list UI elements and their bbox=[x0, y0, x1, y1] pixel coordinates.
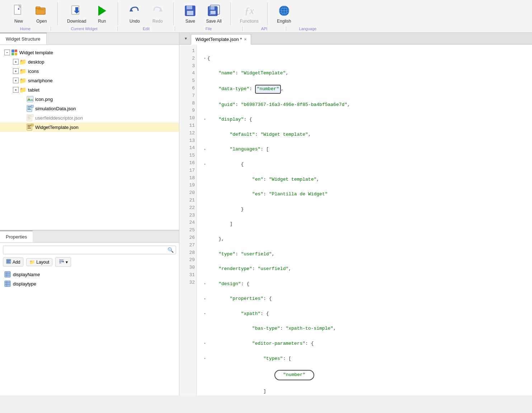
tree-node-userfielddescriptor[interactable]: userfielddescriptor.json bbox=[0, 113, 179, 122]
tree-label-desktop: desktop bbox=[28, 59, 44, 65]
group-label-current-widget: Current Widget bbox=[51, 27, 118, 31]
tree-node-icons[interactable]: + 📁 icons bbox=[0, 66, 179, 76]
tab-menu-button[interactable]: ▾ bbox=[182, 34, 190, 43]
tree-toggle-desktop[interactable]: + bbox=[13, 59, 19, 65]
tree-label-tablet: tablet bbox=[28, 87, 39, 93]
main-area: Widget Structure − Widget tem bbox=[0, 33, 532, 395]
tree-toggle-icons[interactable]: + bbox=[13, 68, 19, 74]
undo-button[interactable]: Undo bbox=[123, 2, 146, 25]
toolbar-group-edit: Undo Redo bbox=[119, 2, 174, 25]
tree-label-root: Widget template bbox=[19, 50, 53, 55]
properties-panel: Properties 🔍 bbox=[0, 230, 179, 395]
save-all-button[interactable]: Save All bbox=[202, 2, 226, 25]
functions-button[interactable]: ƒx Functions bbox=[236, 2, 263, 25]
new-icon bbox=[11, 4, 26, 18]
code-line-7: ▾ "languages": [ bbox=[202, 146, 526, 153]
functions-icon: ƒx bbox=[242, 4, 256, 18]
widget-structure-tab-bar: Widget Structure bbox=[0, 33, 179, 45]
editor-tab-close[interactable]: × bbox=[244, 37, 246, 42]
download-button[interactable]: Download bbox=[63, 2, 90, 25]
save-all-label: Save All bbox=[206, 19, 221, 24]
tree-node-root[interactable]: − Widget template bbox=[0, 48, 179, 57]
save-button[interactable]: Save bbox=[179, 2, 202, 25]
svg-rect-46 bbox=[7, 260, 10, 261]
new-button[interactable]: New bbox=[7, 2, 30, 25]
svg-rect-27 bbox=[27, 96, 33, 102]
tree-node-smartphone[interactable]: + 📁 smartphone bbox=[0, 76, 179, 85]
redo-label: Redo bbox=[152, 19, 163, 24]
search-icon[interactable]: 🔍 bbox=[168, 247, 174, 253]
layout-button[interactable]: 📁 Layout bbox=[26, 258, 52, 266]
group-label-language: Language bbox=[286, 27, 329, 31]
save-all-icon bbox=[207, 4, 221, 18]
editor-panel: ▾ WidgetTemplate.json * × 12345 678910 1… bbox=[179, 33, 532, 395]
properties-toolbar: Add 📁 Layout bbox=[3, 257, 176, 267]
download-label: Download bbox=[67, 19, 86, 24]
svg-rect-24 bbox=[15, 50, 17, 52]
properties-tab[interactable]: Properties bbox=[0, 231, 33, 242]
svg-rect-39 bbox=[31, 115, 33, 117]
run-icon bbox=[95, 4, 109, 18]
tree-toggle-root[interactable]: − bbox=[4, 50, 10, 55]
prop-item-displaytype[interactable]: displaytype bbox=[3, 279, 176, 288]
open-button[interactable]: Open bbox=[30, 2, 53, 25]
add-property-button[interactable]: Add bbox=[3, 257, 23, 266]
english-button[interactable]: English bbox=[273, 2, 296, 25]
save-icon bbox=[183, 4, 197, 18]
toolbar-group-language: English bbox=[268, 2, 300, 25]
svg-rect-43 bbox=[28, 128, 31, 129]
prop-item-displayname[interactable]: displayName bbox=[3, 270, 176, 279]
tree-label-simulation-data: simulationData.json bbox=[35, 106, 76, 111]
svg-rect-16 bbox=[210, 11, 216, 15]
svg-rect-44 bbox=[31, 124, 33, 126]
undo-icon bbox=[127, 4, 142, 18]
tree-label-icons: icons bbox=[28, 69, 39, 74]
svg-rect-12 bbox=[187, 6, 192, 9]
sort-dropdown-icon: ▾ bbox=[66, 260, 68, 265]
svg-rect-48 bbox=[7, 262, 10, 263]
widget-structure-tab[interactable]: Widget Structure bbox=[0, 33, 47, 45]
tree-toggle-smartphone[interactable]: + bbox=[13, 78, 19, 83]
save-label: Save bbox=[185, 19, 195, 24]
table-icon-displayname bbox=[4, 271, 11, 278]
editor-tab-bar: ▾ WidgetTemplate.json * × bbox=[179, 33, 532, 45]
code-editor[interactable]: ▾{ "name": "WidgetTemplate", "data-type"… bbox=[197, 45, 532, 395]
properties-content: 🔍 Add bbox=[0, 243, 179, 395]
code-line-9: "en": "Widget template", bbox=[202, 176, 526, 184]
toolbar-group-home: New Open bbox=[3, 2, 58, 25]
tree-node-icon-png[interactable]: icon.png bbox=[0, 94, 179, 104]
svg-rect-36 bbox=[28, 116, 31, 116]
tree-toggle-tablet[interactable]: + bbox=[13, 87, 19, 93]
tree-node-widget-template[interactable]: WidgetTemplate.json bbox=[0, 122, 179, 132]
toolbar: New Open bbox=[0, 0, 532, 33]
table-icon-displaytype bbox=[4, 280, 11, 287]
group-label-api: API bbox=[243, 27, 286, 31]
tree-node-desktop[interactable]: + 📁 desktop bbox=[0, 57, 179, 66]
layout-label: Layout bbox=[36, 260, 49, 265]
tree-node-tablet[interactable]: + 📁 tablet bbox=[0, 85, 179, 94]
tree-label-widget-template: WidgetTemplate.json bbox=[35, 125, 79, 130]
folder-icon-desktop: 📁 bbox=[19, 58, 27, 65]
code-line-14: "type": "userfield", bbox=[202, 251, 526, 258]
undo-label: Undo bbox=[130, 19, 140, 24]
folder-icon-tablet: 📁 bbox=[19, 86, 27, 93]
code-line-21: ▾ "types": [ bbox=[202, 355, 526, 363]
properties-search-input[interactable] bbox=[5, 247, 168, 253]
code-line-23: ] bbox=[202, 388, 526, 395]
editor-tab-widget-template[interactable]: WidgetTemplate.json * × bbox=[191, 34, 251, 45]
code-line-15: "rendertype": "userfield", bbox=[202, 265, 526, 273]
svg-rect-41 bbox=[28, 125, 31, 126]
code-line-13: }, bbox=[202, 236, 526, 243]
open-label: Open bbox=[36, 19, 47, 24]
redo-button[interactable]: Redo bbox=[146, 2, 169, 25]
properties-search-bar[interactable]: 🔍 bbox=[3, 246, 176, 254]
folder-icon-icons: 📁 bbox=[19, 68, 27, 75]
svg-rect-31 bbox=[28, 106, 31, 107]
run-button[interactable]: Run bbox=[90, 2, 113, 25]
svg-rect-32 bbox=[28, 108, 30, 108]
toolbar-button-row: New Open bbox=[0, 0, 532, 26]
tree-node-simulation-data[interactable]: simulationData.json bbox=[0, 104, 179, 113]
code-line-18: ▾ "xpath": { bbox=[202, 310, 526, 318]
folder-icon-smartphone: 📁 bbox=[19, 77, 27, 84]
sort-button[interactable]: ▾ bbox=[55, 257, 71, 267]
